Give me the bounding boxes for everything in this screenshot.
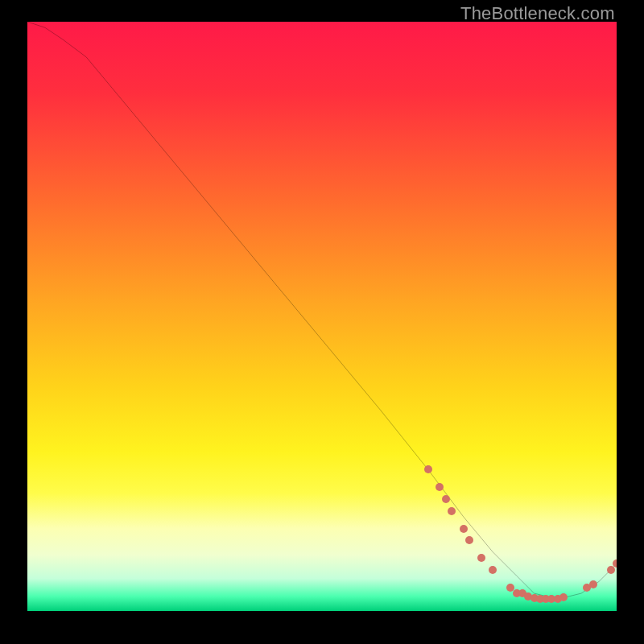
scatter-point [559, 593, 568, 601]
scatter-point [460, 525, 468, 533]
watermark-text: TheBottleneck.com [460, 3, 615, 24]
gradient-background [27, 22, 617, 611]
scatter-point [424, 465, 432, 473]
scatter-point [489, 566, 497, 574]
chart-panel [27, 22, 617, 611]
scatter-point [448, 507, 456, 515]
scatter-point [613, 559, 617, 568]
scatter-point [477, 554, 485, 562]
scatter-point [465, 536, 473, 544]
scatter-point [589, 580, 597, 588]
svg-rect-0 [27, 22, 617, 611]
scatter-point [442, 495, 450, 503]
stage: TheBottleneck.com [0, 0, 644, 644]
scatter-point [436, 483, 444, 491]
